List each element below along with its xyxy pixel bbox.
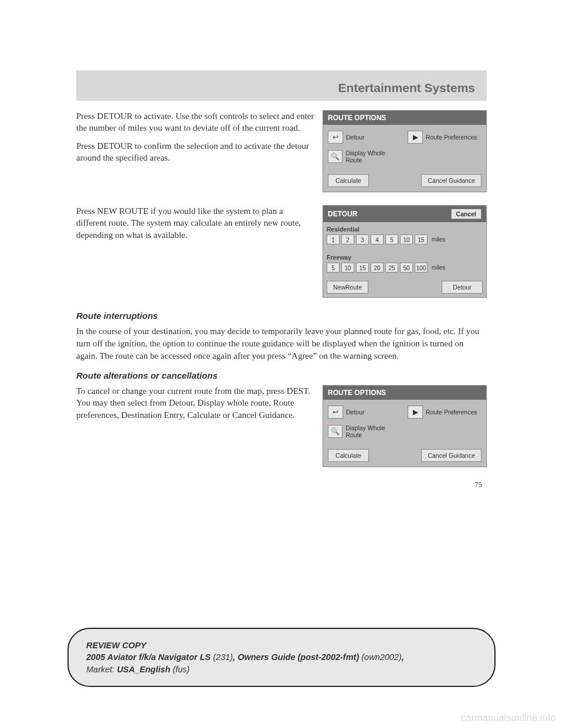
screenshot-detour: DETOUR Cancel Residential 1 2 3 4 5 10 1…	[323, 205, 487, 298]
heading-route-interruptions: Route interruptions	[76, 311, 487, 321]
screenshot-route-options-2: ROUTE OPTIONS ↩ Detour ▶ Route Preferenc…	[323, 385, 487, 467]
text-column: To cancel or change your current route f…	[76, 385, 314, 467]
magnify-icon: 🔍	[328, 425, 342, 438]
detour-bottom-buttons: NewRoute Detour	[323, 278, 486, 297]
display-route-option[interactable]: 🔍 Display Whole Route	[328, 149, 402, 164]
residential-section: Residential 1 2 3 4 5 10 15 miles	[323, 222, 486, 250]
prefs-label: Route Preferences	[426, 134, 477, 141]
calculate-button[interactable]: Calculate	[328, 174, 369, 187]
market: USA_English	[117, 665, 170, 674]
fwy-btn[interactable]: 100	[415, 263, 428, 273]
panel-title: DETOUR Cancel	[323, 206, 486, 222]
options-grid: ↩ Detour ▶ Route Preferences 🔍 Display W…	[328, 131, 481, 164]
res-btn[interactable]: 1	[327, 234, 340, 244]
res-btn[interactable]: 5	[385, 234, 398, 244]
review-copy-footer: REVIEW COPY 2005 Aviator f/k/a Navigator…	[67, 628, 496, 687]
detour-panel: DETOUR Cancel Residential 1 2 3 4 5 10 1…	[323, 205, 487, 298]
panel-body: ↩ Detour ▶ Route Preferences 🔍 Display W…	[323, 400, 486, 467]
detour-option[interactable]: ↩ Detour	[328, 406, 402, 419]
heading-route-alterations: Route alterations or cancellations	[76, 370, 487, 380]
fwy-btn[interactable]: 25	[385, 263, 398, 273]
fus: (fus)	[172, 665, 189, 674]
guide: Owners Guide (post-2002-fmt)	[238, 652, 359, 662]
screenshot-route-options: ROUTE OPTIONS ↩ Detour ▶ Route Preferenc…	[323, 110, 487, 192]
code: (231)	[213, 652, 233, 662]
body-text: Press DETOUR to confirm the selection an…	[76, 140, 314, 164]
page-number: 75	[76, 480, 487, 489]
display-label: Display Whole Route	[345, 149, 402, 164]
content-row-2: Press NEW ROUTE if you would like the sy…	[76, 205, 487, 298]
text-column: Press NEW ROUTE if you would like the sy…	[76, 205, 314, 298]
cancel-guidance-button[interactable]: Cancel Guidance	[421, 449, 481, 462]
options-grid: ↩ Detour ▶ Route Preferences 🔍 Display W…	[328, 406, 481, 438]
page-section-title: Entertainment Systems	[338, 81, 475, 94]
miles-label: miles	[432, 236, 445, 243]
res-btn[interactable]: 10	[400, 234, 413, 244]
footer-line-3: Market: USA_English (fus)	[86, 664, 477, 675]
preferences-option[interactable]: ▶ Route Preferences	[408, 406, 481, 419]
res-btn[interactable]: 3	[356, 234, 369, 244]
residential-row: 1 2 3 4 5 10 15 miles	[327, 234, 483, 244]
prefs-label: Route Preferences	[426, 409, 477, 416]
cancel-guidance-button[interactable]: Cancel Guidance	[421, 174, 481, 187]
panel-title-text: ROUTE OPTIONS	[328, 114, 386, 122]
display-label: Display Whole Route	[345, 424, 402, 438]
fwy-btn[interactable]: 20	[371, 263, 384, 273]
watermark: carmanualsonline.info	[461, 713, 556, 723]
route-options-panel: ROUTE OPTIONS ↩ Detour ▶ Route Preferenc…	[323, 385, 487, 467]
calculate-button[interactable]: Calculate	[328, 449, 369, 462]
panel-title: ROUTE OPTIONS	[323, 111, 486, 125]
fwy-btn[interactable]: 5	[327, 263, 340, 273]
preferences-option[interactable]: ▶ Route Preferences	[408, 131, 481, 144]
freeway-row: 5 10 15 20 25 50 100 miles	[327, 263, 483, 273]
panel-body: ↩ Detour ▶ Route Preferences 🔍 Display W…	[323, 125, 486, 192]
fwy-btn[interactable]: 50	[400, 263, 413, 273]
route-options-panel: ROUTE OPTIONS ↩ Detour ▶ Route Preferenc…	[323, 110, 487, 192]
fwy-btn[interactable]: 15	[356, 263, 369, 273]
bottom-buttons: Calculate Cancel Guidance	[328, 174, 481, 187]
manual-page: Entertainment Systems Press DETOUR to ac…	[0, 0, 563, 525]
prefs-icon: ▶	[408, 406, 423, 419]
res-btn[interactable]: 2	[341, 234, 354, 244]
new-route-button[interactable]: NewRoute	[327, 281, 368, 294]
body-text: In the course of your destination, you m…	[76, 325, 487, 362]
detour-icon: ↩	[328, 131, 343, 144]
miles-label: miles	[432, 264, 445, 271]
detour-option[interactable]: ↩ Detour	[328, 131, 402, 144]
footer-line-2: 2005 Aviator f/k/a Navigator LS (231), O…	[86, 651, 477, 663]
magnify-icon: 🔍	[328, 150, 342, 163]
panel-title-text: ROUTE OPTIONS	[328, 389, 386, 397]
model: 2005 Aviator f/k/a Navigator LS	[86, 652, 211, 662]
content-row-3: To cancel or change your current route f…	[76, 385, 487, 467]
own: (own2002)	[361, 652, 402, 662]
cancel-button[interactable]: Cancel	[451, 209, 481, 219]
text-column: Press DETOUR to activate. Use the soft c…	[76, 110, 314, 192]
detour-icon: ↩	[328, 406, 343, 419]
detour-label: Detour	[346, 409, 365, 416]
detour-label: Detour	[346, 134, 365, 141]
body-text: Press DETOUR to activate. Use the soft c…	[76, 110, 314, 134]
body-text: To cancel or change your current route f…	[76, 385, 314, 421]
res-btn[interactable]: 4	[371, 234, 384, 244]
fwy-btn[interactable]: 10	[341, 263, 354, 273]
detour-button[interactable]: Detour	[442, 281, 483, 294]
content-row-1: Press DETOUR to activate. Use the soft c…	[76, 110, 487, 192]
bottom-buttons: Calculate Cancel Guidance	[328, 449, 481, 462]
residential-label: Residential	[327, 226, 483, 233]
body-text: Press NEW ROUTE if you would like the sy…	[76, 205, 314, 241]
freeway-section: Freeway 5 10 15 20 25 50 100 miles	[323, 250, 486, 278]
prefs-icon: ▶	[408, 131, 423, 144]
panel-title-text: DETOUR	[328, 210, 357, 218]
res-btn[interactable]: 15	[415, 234, 428, 244]
market-label: Market:	[86, 665, 114, 674]
freeway-label: Freeway	[327, 254, 483, 261]
review-copy-label: REVIEW COPY	[86, 639, 477, 651]
panel-title: ROUTE OPTIONS	[323, 386, 486, 400]
header-bar: Entertainment Systems	[76, 70, 487, 101]
display-route-option[interactable]: 🔍 Display Whole Route	[328, 424, 402, 438]
